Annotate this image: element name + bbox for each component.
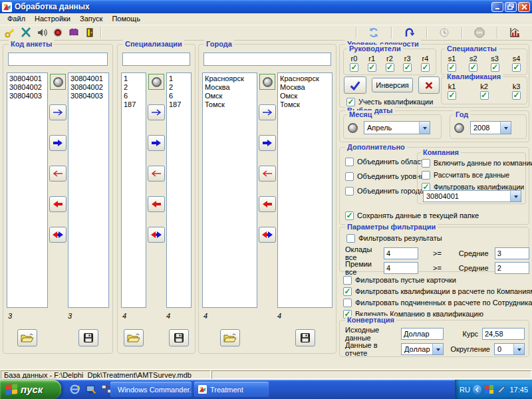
- move-selected-left-button[interactable]: [259, 166, 276, 182]
- list-item[interactable]: 30804001: [9, 74, 45, 83]
- swap-lists-button[interactable]: [259, 227, 276, 243]
- merge-regions-checkbox[interactable]: Объединить области: [345, 157, 428, 166]
- move-selected-right-button[interactable]: [259, 104, 276, 120]
- list-item[interactable]: 6: [124, 92, 144, 100]
- chevron-down-icon[interactable]: [419, 122, 430, 134]
- pen-tray-icon[interactable]: [497, 384, 507, 394]
- calculate-all-data-checkbox[interactable]: Рассчитать все данные: [422, 170, 509, 180]
- filter-empty-cards-checkbox[interactable]: Фильтровать пустые карточки: [343, 275, 456, 285]
- filter-qualifications-companies-checkbox[interactable]: ✓ Фильтровать квалификации в расчете по …: [343, 287, 532, 296]
- report-data-combo[interactable]: Доллар: [401, 343, 444, 355]
- help-book-button[interactable]: [66, 25, 82, 39]
- move-all-right-button[interactable]: [148, 135, 165, 151]
- city-filter-input[interactable]: [203, 53, 331, 66]
- list-item[interactable]: [70, 100, 106, 109]
- menu-item-help[interactable]: Помощь: [107, 14, 145, 23]
- specialization-filter-input[interactable]: [122, 53, 190, 66]
- rounding-combo[interactable]: 0: [494, 343, 525, 355]
- list-item[interactable]: 1: [124, 74, 144, 83]
- move-all-left-button[interactable]: [259, 196, 276, 212]
- checkbox-k1[interactable]: k1✓: [448, 82, 456, 100]
- checkbox-s3[interactable]: s3✓: [491, 55, 499, 72]
- move-selected-left-button[interactable]: [49, 166, 66, 182]
- excel-export-button[interactable]: [18, 25, 34, 39]
- list-item[interactable]: Красноярск: [205, 74, 255, 83]
- month-combo[interactable]: Апрель: [364, 121, 430, 134]
- list-item[interactable]: 187: [124, 100, 144, 109]
- list-item[interactable]: Томск: [205, 100, 255, 109]
- checkbox-r0[interactable]: r0✓: [350, 55, 358, 72]
- cities-target-listbox[interactable]: Красноярск Москва Омск Томск: [277, 72, 332, 308]
- swap-lists-button[interactable]: [49, 227, 66, 243]
- codes-target-listbox[interactable]: 30804001 30804002 30804003: [68, 72, 109, 308]
- start-button[interactable]: пуск: [0, 380, 61, 399]
- task-windows-commander[interactable]: Windows Commander...: [110, 382, 192, 397]
- list-item[interactable]: 187: [169, 100, 189, 109]
- close-button[interactable]: [518, 2, 530, 12]
- list-item[interactable]: 2: [169, 83, 189, 92]
- checkbox-r2[interactable]: r2✓: [386, 55, 394, 72]
- move-selected-right-button[interactable]: [148, 104, 165, 120]
- list-item[interactable]: Томск: [280, 100, 330, 109]
- menu-item-run[interactable]: Запуск: [75, 14, 107, 23]
- key-button[interactable]: [2, 25, 18, 39]
- menu-item-settings[interactable]: Настройки: [30, 14, 75, 23]
- company-code-combo[interactable]: 30804001: [423, 190, 521, 202]
- save-button[interactable]: [295, 329, 315, 346]
- check-all-button[interactable]: [344, 76, 366, 94]
- list-item[interactable]: 30804003: [70, 92, 106, 100]
- show-desktop-icon[interactable]: [84, 382, 97, 396]
- open-button[interactable]: [124, 329, 144, 346]
- list-item[interactable]: Красноярск: [280, 74, 330, 83]
- rate-input[interactable]: [482, 328, 525, 340]
- tray-collapse-chevron[interactable]: [473, 385, 482, 394]
- bonuses-average-input[interactable]: [495, 262, 529, 274]
- checkbox-k2[interactable]: k2✓: [480, 82, 489, 100]
- move-all-left-button[interactable]: [148, 196, 165, 212]
- chevron-down-icon[interactable]: [500, 122, 511, 134]
- language-indicator[interactable]: RU: [460, 386, 470, 394]
- open-button[interactable]: [17, 329, 37, 346]
- source-data-input[interactable]: [401, 328, 444, 340]
- list-item[interactable]: Москва: [205, 83, 255, 92]
- exit-button[interactable]: [82, 25, 98, 39]
- include-company-data-checkbox[interactable]: Включить данные по компании: [422, 158, 532, 168]
- list-item[interactable]: 2: [124, 83, 144, 92]
- checkbox-s2[interactable]: s2✓: [469, 55, 477, 72]
- bonuses-input[interactable]: [384, 262, 418, 274]
- codes-source-listbox[interactable]: 30804001 30804002 30804003: [7, 72, 48, 308]
- record-button[interactable]: [50, 25, 66, 39]
- list-item[interactable]: Омск: [280, 92, 330, 100]
- move-all-right-button[interactable]: [259, 135, 276, 151]
- checkbox-r4[interactable]: r4✓: [421, 55, 430, 72]
- refresh-button[interactable]: [366, 25, 382, 39]
- chevron-down-icon[interactable]: [432, 344, 443, 354]
- invert-button[interactable]: Инверсия: [372, 78, 413, 92]
- move-all-right-button[interactable]: [49, 135, 66, 151]
- year-combo[interactable]: 2008: [470, 121, 511, 134]
- move-all-left-button[interactable]: [49, 196, 66, 212]
- save-button[interactable]: [78, 329, 98, 346]
- move-selected-right-button[interactable]: [49, 104, 66, 120]
- report-chart-button[interactable]: [507, 25, 523, 39]
- list-item[interactable]: 1: [169, 74, 189, 83]
- checkbox-s1[interactable]: s1✓: [448, 55, 456, 72]
- list-item[interactable]: [9, 100, 45, 109]
- salaries-input[interactable]: [384, 247, 418, 259]
- consider-qualifications-checkbox[interactable]: ✓ Учесть квалификации: [346, 97, 433, 106]
- specializations-source-listbox[interactable]: 1 2 6 187: [121, 72, 146, 308]
- chevron-down-icon[interactable]: [513, 344, 524, 354]
- save-button[interactable]: [169, 329, 189, 346]
- merge-levels-checkbox[interactable]: Объединить уровни: [345, 172, 425, 181]
- code-filter-input[interactable]: [8, 53, 108, 66]
- list-item[interactable]: 30804002: [9, 83, 45, 92]
- checkbox-r1[interactable]: r1✓: [368, 55, 376, 72]
- filter-subordinates-employees-checkbox[interactable]: Фильтровать подчиненных в расчете по Сот…: [343, 298, 532, 307]
- salaries-average-input[interactable]: [495, 247, 529, 259]
- checkbox-r3[interactable]: r3✓: [403, 55, 412, 72]
- list-item[interactable]: 30804002: [70, 83, 106, 92]
- cities-source-listbox[interactable]: Красноярск Москва Омск Томск: [202, 72, 257, 308]
- move-selected-left-button[interactable]: [148, 166, 165, 182]
- list-item[interactable]: Москва: [280, 83, 330, 92]
- windows-update-tray-icon[interactable]: [484, 384, 494, 394]
